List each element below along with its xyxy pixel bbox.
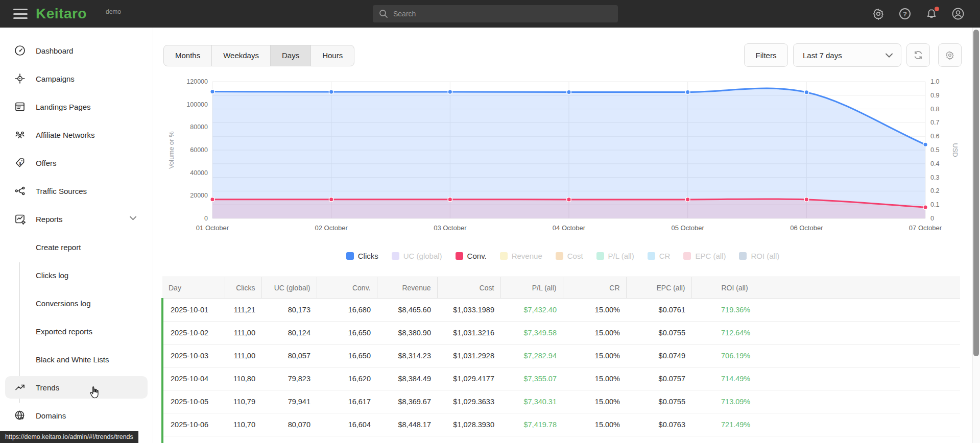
search-input[interactable] (393, 10, 612, 18)
svg-text:0.2: 0.2 (930, 187, 939, 194)
svg-text:0.9: 0.9 (930, 92, 939, 99)
cell-cr: 15.00% (563, 322, 626, 344)
trends-line-chart[interactable]: 00.10.20.30.40.50.60.70.80.91.001 Octobe… (153, 66, 980, 242)
topbar: Keitaro demo ? (0, 0, 980, 28)
cell-p-l-all-: $1,918.21 (500, 436, 563, 443)
column-header-roi-all-[interactable]: ROI (all) (691, 277, 960, 299)
table-row[interactable]: 2025-10-05110,7979,94116,617$8,369.67$1,… (162, 390, 960, 413)
legend-item-conv-[interactable]: Conv. (456, 252, 487, 260)
sidebar-item-label: Clicks log (36, 271, 68, 280)
account-icon[interactable] (951, 7, 965, 20)
table-row[interactable]: 2025-10-01111,2180,17316,680$8,465.60$1,… (162, 299, 960, 322)
column-header-epc-all-[interactable]: EPC (all) (626, 277, 691, 299)
page-scrollbar[interactable] (972, 28, 980, 443)
cell-revenue: $4,290.04 (377, 436, 437, 443)
legend-label: Conv. (467, 252, 487, 260)
column-header-revenue[interactable]: Revenue (377, 277, 437, 299)
column-header-clicks[interactable]: Clicks (225, 277, 261, 299)
sidebar-item-conversions-log[interactable]: Conversions log (5, 292, 148, 314)
column-header-p-l-all-[interactable]: P/L (all) (500, 277, 563, 299)
cell-clicks: 110,80 (225, 367, 261, 390)
svg-text:01 October: 01 October (196, 224, 229, 232)
svg-text:0.6: 0.6 (930, 133, 939, 140)
sidebar-item-dashboard[interactable]: Dashboard (5, 39, 148, 62)
notifications-bell-icon[interactable] (925, 7, 938, 20)
cell-cr: 15.00% (563, 344, 626, 367)
svg-text:0: 0 (204, 215, 208, 222)
legend-label: CR (659, 252, 671, 260)
cell-roi-all-: 723.55% (691, 436, 960, 443)
sidebar-item-exported-reports[interactable]: Exported reports (5, 320, 148, 342)
tab-weekdays[interactable]: Weekdays (211, 45, 270, 66)
legend-item-clicks[interactable]: Clicks (346, 252, 378, 260)
sidebar-item-domains[interactable]: Domains (5, 404, 148, 427)
cell-revenue: $8,465.60 (377, 299, 437, 322)
legend-swatch (739, 252, 747, 260)
cell-p-l-all-: $7,282.94 (500, 344, 563, 367)
brand-logo[interactable]: Keitaro (36, 6, 87, 22)
sidebar-item-landings-pages[interactable]: Landings Pages (5, 95, 148, 118)
sidebar-item-label: Reports (36, 215, 63, 224)
chevron-down-icon (886, 53, 893, 58)
help-icon[interactable]: ? (898, 7, 912, 20)
table-row[interactable]: 2025-10-04110,8079,82316,620$8,384.49$1,… (162, 367, 960, 390)
sidebar-item-reports[interactable]: Reports (5, 208, 148, 230)
sidebar-item-clicks-log[interactable]: Clicks log (5, 264, 148, 286)
column-header-conv-[interactable]: Conv. (317, 277, 377, 299)
legend-item-cost[interactable]: Cost (556, 252, 583, 260)
column-header-uc-global-[interactable]: UC (global) (261, 277, 317, 299)
sidebar-item-create-report[interactable]: Create report (5, 236, 148, 258)
sidebar-item-campaigns[interactable]: Campaigns (5, 67, 148, 90)
column-header-cr[interactable]: CR (563, 277, 626, 299)
hamburger-menu-icon[interactable] (13, 9, 28, 19)
cell-revenue: $8,314.23 (377, 344, 437, 367)
cell-cost: $737.3932 (437, 436, 500, 443)
filters-button[interactable]: Filters (744, 43, 788, 67)
sidebar: DashboardCampaignsLandings PagesAffiliat… (0, 28, 153, 443)
cell-epc-all-: $0.0761 (626, 436, 691, 443)
cell-epc-all-: $0.0749 (626, 344, 691, 367)
cell-uc-global-: 79,823 (261, 367, 317, 390)
legend-item-revenue[interactable]: Revenue (500, 252, 542, 260)
legend-item-p-l-all-[interactable]: P/L (all) (596, 252, 634, 260)
cell-day: 2025-10-07 (162, 436, 225, 443)
sidebar-item-black-and-white-lists[interactable]: Black and White Lists (5, 348, 148, 371)
table-row[interactable]: 2025-10-03111,0080,05716,650$8,314.23$1,… (162, 344, 960, 367)
chart-settings-button[interactable] (938, 43, 962, 67)
refresh-button[interactable] (906, 43, 930, 67)
legend-item-cr[interactable]: CR (648, 252, 671, 260)
global-search[interactable] (373, 5, 618, 22)
legend-item-roi-all-[interactable]: ROI (all) (739, 252, 779, 260)
svg-text:0.7: 0.7 (930, 119, 939, 126)
sidebar-item-offers[interactable]: $Offers (5, 152, 148, 174)
legend-item-uc-global-[interactable]: UC (global) (392, 252, 442, 260)
tab-days[interactable]: Days (270, 45, 310, 66)
reports-icon (14, 213, 26, 225)
refresh-icon (913, 50, 923, 60)
chart-legend: ClicksUC (global)Conv.RevenueCostP/L (al… (153, 248, 972, 263)
tab-hours[interactable]: Hours (310, 45, 354, 66)
svg-text:0.1: 0.1 (930, 201, 939, 208)
cell-epc-all-: $0.0755 (626, 390, 691, 413)
svg-text:100000: 100000 (186, 101, 208, 108)
settings-gear-icon[interactable] (872, 7, 885, 20)
cell-cr: 15.00% (563, 299, 626, 322)
cell-roi-all-: 714.49% (691, 367, 960, 390)
date-range-select[interactable]: Last 7 days (793, 43, 901, 67)
table-row[interactable]: 2025-10-0744,4841,4578,448$4,290.04$737.… (162, 436, 960, 443)
cell-conv-: 8,448 (317, 436, 377, 443)
cell-roi-all-: 719.36% (691, 299, 960, 322)
legend-item-epc-all-[interactable]: EPC (all) (683, 252, 726, 260)
scrollbar-thumb[interactable] (973, 30, 979, 356)
svg-text:20000: 20000 (190, 192, 208, 199)
sidebar-item-traffic-sources[interactable]: Traffic Sources (5, 180, 148, 202)
table-row[interactable]: 2025-10-02111,0080,12416,650$8,380.90$1,… (162, 322, 960, 344)
column-header-day[interactable]: Day (162, 277, 225, 299)
tab-months[interactable]: Months (164, 45, 211, 66)
svg-text:02 October: 02 October (315, 224, 348, 232)
sidebar-item-affiliate-networks[interactable]: Affiliate Networks (5, 124, 148, 146)
column-header-cost[interactable]: Cost (437, 277, 500, 299)
svg-text:0.5: 0.5 (930, 146, 939, 154)
sidebar-item-trends[interactable]: Trends (5, 376, 148, 399)
table-row[interactable]: 2025-10-06110,7080,07016,604$8,448.17$1,… (162, 413, 960, 436)
